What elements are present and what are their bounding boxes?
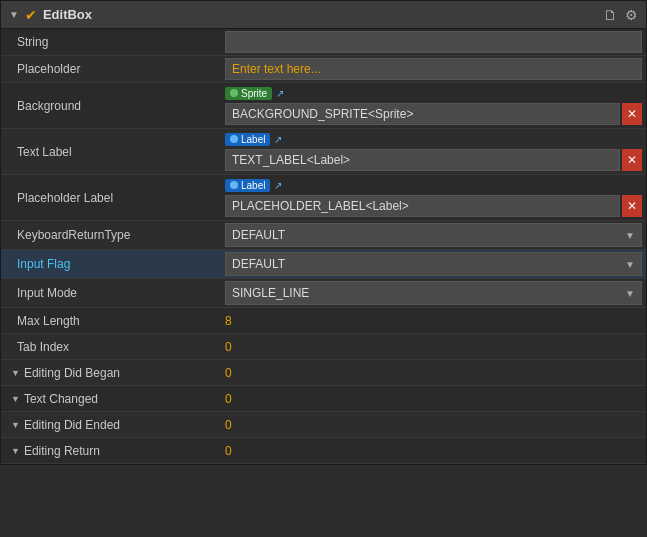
content-string [221,29,646,55]
badge-row-placeholder-label: Label ↗ [225,179,642,192]
text-label-link-icon[interactable]: ↗ [274,134,282,145]
max-length-value: 8 [225,311,642,331]
text-changed-arrow: ▼ [11,394,20,404]
editing-did-ended-arrow: ▼ [11,420,20,430]
row-input-flag: Input Flag DEFAULT ▼ [1,250,646,279]
tab-index-value: 0 [225,337,642,357]
editing-did-ended-text: Editing Did Ended [24,418,120,432]
input-flag-value: DEFAULT [232,257,285,271]
label-string: String [1,31,221,53]
label-dot-placeholder [230,181,238,189]
row-background: Background Sprite ↗ ✕ [1,83,646,129]
row-keyboard-return-type: KeyboardReturnType DEFAULT ▼ [1,221,646,250]
label-input-flag: Input Flag [1,253,221,275]
content-text-label: Label ↗ ✕ [221,131,646,173]
keyboard-return-type-arrow: ▼ [625,230,635,241]
row-text-changed: ▼ Text Changed 0 [1,386,646,412]
content-tab-index: 0 [221,335,646,359]
content-editing-return: 0 [221,442,646,460]
placeholder-label-link-icon[interactable]: ↗ [274,180,282,191]
label-editing-did-ended[interactable]: ▼ Editing Did Ended [1,414,221,436]
text-label-remove-button[interactable]: ✕ [622,149,642,171]
content-placeholder-label: Label ↗ ✕ [221,177,646,219]
badge-row-background: Sprite ↗ [225,87,642,100]
input-flag-arrow: ▼ [625,259,635,270]
asset-field-row-text-label: ✕ [225,149,642,171]
asset-field-row-placeholder-label: ✕ [225,195,642,217]
row-input-mode: Input Mode SINGLE_LINE ▼ [1,279,646,308]
content-max-length: 8 [221,309,646,333]
collapse-arrow-icon[interactable]: ▼ [9,9,19,20]
label-tab-index: Tab Index [1,336,221,358]
check-icon[interactable]: ✔ [25,7,37,23]
gear-icon[interactable]: ⚙ [625,7,638,23]
content-input-mode: SINGLE_LINE ▼ [221,279,646,307]
label-placeholder-label: Placeholder Label [1,187,221,209]
editing-did-ended-value: 0 [225,415,232,435]
row-editing-did-began: ▼ Editing Did Began 0 [1,360,646,386]
text-label-asset-field[interactable] [225,149,620,171]
input-mode-value: SINGLE_LINE [232,286,309,300]
content-text-changed: 0 [221,390,646,408]
row-text-label: Text Label Label ↗ ✕ [1,129,646,175]
label-background: Background [1,95,221,117]
label-badge-placeholder-label: Label [241,180,265,191]
badge-row-text-label: Label ↗ [225,133,642,146]
editing-return-value: 0 [225,441,232,461]
keyboard-return-type-value: DEFAULT [232,228,285,242]
background-remove-button[interactable]: ✕ [622,103,642,125]
content-placeholder [221,56,646,82]
label-keyboard-return-type: KeyboardReturnType [1,224,221,246]
editing-return-arrow: ▼ [11,446,20,456]
label-editing-return[interactable]: ▼ Editing Return [1,440,221,462]
placeholder-label-remove-button[interactable]: ✕ [622,195,642,217]
label-placeholder: Placeholder [1,58,221,80]
panel-header-left: ▼ ✔ EditBox [9,7,92,23]
input-mode-arrow: ▼ [625,288,635,299]
content-background: Sprite ↗ ✕ [221,85,646,127]
sprite-link-icon[interactable]: ↗ [276,88,284,99]
label-dot-text [230,135,238,143]
input-flag-dropdown[interactable]: DEFAULT ▼ [225,252,642,276]
row-string: String [1,29,646,56]
doc-icon[interactable]: 🗋 [603,7,617,23]
content-input-flag: DEFAULT ▼ [221,250,646,278]
label-text-changed[interactable]: ▼ Text Changed [1,388,221,410]
asset-field-row-background: ✕ [225,103,642,125]
label-badge-text: Label [225,133,270,146]
sprite-badge: Sprite [225,87,272,100]
panel-header: ▼ ✔ EditBox 🗋 ⚙ [1,1,646,29]
content-editing-did-ended: 0 [221,416,646,434]
row-placeholder: Placeholder [1,56,646,83]
label-badge-text-label: Label [241,134,265,145]
label-input-mode: Input Mode [1,282,221,304]
row-editing-return: ▼ Editing Return 0 [1,438,646,464]
label-text-label: Text Label [1,141,221,163]
keyboard-return-type-dropdown[interactable]: DEFAULT ▼ [225,223,642,247]
panel-title: EditBox [43,7,92,22]
row-placeholder-label: Placeholder Label Label ↗ ✕ [1,175,646,221]
text-changed-text: Text Changed [24,392,98,406]
content-keyboard-return-type: DEFAULT ▼ [221,221,646,249]
input-mode-dropdown[interactable]: SINGLE_LINE ▼ [225,281,642,305]
input-placeholder[interactable] [225,58,642,80]
panel-header-right: 🗋 ⚙ [603,7,638,23]
input-string[interactable] [225,31,642,53]
editing-did-began-text: Editing Did Began [24,366,120,380]
label-badge-placeholder: Label [225,179,270,192]
row-editing-did-ended: ▼ Editing Did Ended 0 [1,412,646,438]
row-max-length: Max Length 8 [1,308,646,334]
background-asset-field[interactable] [225,103,620,125]
content-editing-did-began: 0 [221,364,646,382]
editing-did-began-value: 0 [225,363,232,383]
sprite-dot [230,89,238,97]
row-tab-index: Tab Index 0 [1,334,646,360]
text-changed-value: 0 [225,389,232,409]
placeholder-label-asset-field[interactable] [225,195,620,217]
editbox-panel: ▼ ✔ EditBox 🗋 ⚙ String Placeholder Backg… [0,0,647,465]
label-editing-did-began[interactable]: ▼ Editing Did Began [1,362,221,384]
sprite-badge-label: Sprite [241,88,267,99]
editing-did-began-arrow: ▼ [11,368,20,378]
label-max-length: Max Length [1,310,221,332]
editing-return-text: Editing Return [24,444,100,458]
